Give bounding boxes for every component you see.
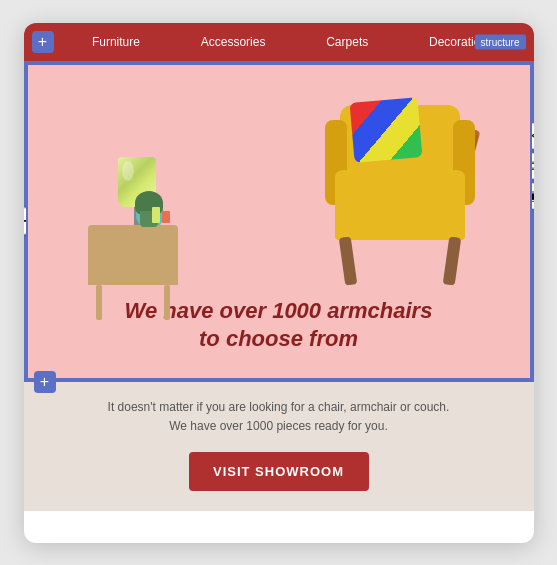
nav-item-furniture[interactable]: Furniture xyxy=(92,35,140,49)
hero-section: We have over 1000 armchairs to choose fr… xyxy=(26,63,532,380)
content-description: It doesn't matter if you are looking for… xyxy=(44,398,514,436)
table-group xyxy=(88,225,178,285)
nav-item-accessories[interactable]: Accessories xyxy=(201,35,266,49)
structure-badge: structure xyxy=(475,34,526,49)
nav-add-button[interactable]: + xyxy=(32,31,54,53)
armchair-body xyxy=(320,115,480,285)
navbar: + Furniture Accessories Carpets Decorati… xyxy=(24,23,534,61)
decorative-pillow xyxy=(349,97,422,163)
hero-title: We have over 1000 armchairs to choose fr… xyxy=(48,297,510,354)
book-1 xyxy=(152,207,160,223)
book-2 xyxy=(162,211,170,223)
nav-item-carpets[interactable]: Carpets xyxy=(326,35,368,49)
nav-items: Furniture Accessories Carpets Decoration xyxy=(54,35,526,49)
visit-showroom-button[interactable]: VISIT SHOWROOM xyxy=(189,452,369,491)
hero-section-wrapper: ✛ ▾ × ⧉ ▣ xyxy=(24,61,534,382)
chair-seat xyxy=(335,170,465,240)
hero-image-area xyxy=(48,85,510,285)
chair-leg-left xyxy=(338,236,357,285)
armchair-group xyxy=(320,115,480,285)
content-section: + It doesn't matter if you are looking f… xyxy=(24,382,534,511)
books xyxy=(152,207,170,223)
content-add-button[interactable]: + xyxy=(34,371,56,393)
browser-frame: + Furniture Accessories Carpets Decorati… xyxy=(24,23,534,543)
nav-add-icon: + xyxy=(38,33,47,51)
content-add-icon: + xyxy=(40,373,49,391)
side-table xyxy=(88,225,178,285)
chair-leg-right xyxy=(442,236,461,285)
